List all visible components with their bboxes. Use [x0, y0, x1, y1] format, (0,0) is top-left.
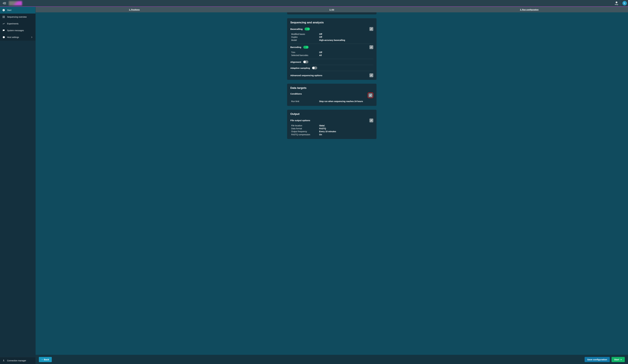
conditions-details: Run limitStop run when sequencing reache… — [290, 99, 373, 104]
kv-key: Modified bases — [291, 33, 319, 36]
kv-row: TrimOff — [291, 51, 373, 54]
merge-icon — [2, 359, 5, 362]
alignment-title: Alignment — [290, 61, 301, 63]
menu-toggle-button[interactable] — [0, 0, 9, 6]
svg-rect-9 — [4, 16, 5, 16]
chevron-left-icon — [41, 359, 43, 361]
step-run-configuration[interactable]: 3. Run configuration — [430, 7, 628, 12]
kv-value: On — [319, 133, 373, 136]
conditions-title: Conditions — [290, 92, 302, 95]
kv-row: Data formatFASTQ — [291, 127, 373, 130]
svg-rect-13 — [3, 17, 3, 18]
logo-image — [9, 1, 22, 5]
divider — [290, 59, 373, 59]
kv-value: Stop run when sequencing reaches 24 hour… — [319, 100, 373, 103]
barcoding-title: Barcoding — [290, 46, 301, 48]
kv-row: Run limitStop run when sequencing reache… — [291, 100, 373, 103]
card-heading: Sequencing and analysis — [290, 21, 373, 24]
file-output-edit-button[interactable] — [369, 119, 373, 122]
kv-row: DuplexOff — [291, 36, 373, 39]
kv-key: Model — [291, 39, 319, 42]
kv-value: High-accuracy basecalling — [319, 39, 373, 42]
top-bar: ? Help L — [0, 0, 628, 6]
kv-key: Trim — [291, 51, 319, 54]
hamburger-icon — [3, 2, 6, 4]
pencil-icon — [370, 46, 372, 48]
barcoding-edit-button[interactable] — [369, 45, 373, 49]
sidebar-item-label: Experiments — [7, 22, 18, 25]
svg-rect-8 — [3, 16, 4, 16]
sidebar-item-label: Host settings — [7, 36, 19, 38]
adaptive-sampling-toggle[interactable] — [312, 67, 317, 70]
help-button[interactable]: ? Help — [613, 0, 620, 6]
help-icon: ? — [616, 1, 618, 3]
user-avatar[interactable]: L — [623, 1, 627, 5]
barcoding-toggle[interactable] — [303, 46, 309, 49]
barcoding-row: Barcoding — [290, 44, 373, 50]
alignment-row: Alignment — [290, 60, 373, 64]
wizard-steps: 1. Positions 2. Kit 3. Run configuration — [36, 7, 628, 12]
step-label: 1. Positions — [129, 8, 140, 11]
advanced-sequencing-title: Advanced sequencing options — [290, 74, 322, 77]
back-label: Back — [44, 358, 49, 361]
step-kit[interactable]: 2. Kit — [233, 7, 431, 12]
kv-row: File location/data/. — [291, 124, 373, 127]
kv-row: Modified basesOff — [291, 33, 373, 36]
kv-row: FASTQ compressionOn — [291, 133, 373, 136]
kv-value: Off — [319, 36, 373, 39]
message-icon — [2, 29, 5, 32]
kv-row: Selected barcodesAll — [291, 54, 373, 57]
barcoding-details: TrimOff Selected barcodesAll — [290, 50, 373, 58]
sidebar-item-label: Connection manager — [7, 360, 26, 362]
pencil-icon — [369, 94, 372, 96]
sidebar-item-label: System messages — [7, 29, 24, 32]
card-heading: Output — [290, 112, 373, 116]
sidebar: Start Sequencing overview Experiments Sy… — [0, 7, 36, 364]
advanced-sequencing-edit-button[interactable] — [369, 73, 373, 77]
back-button[interactable]: Back — [39, 357, 52, 362]
start-label: Start — [614, 358, 619, 361]
kv-value: All — [319, 54, 373, 57]
play-circle-icon — [2, 9, 5, 11]
pencil-icon — [370, 119, 372, 122]
svg-rect-12 — [4, 17, 5, 17]
svg-rect-11 — [3, 17, 4, 17]
alignment-toggle[interactable] — [303, 61, 309, 63]
file-output-options-title: File output options — [290, 119, 310, 122]
start-button[interactable]: Start — [612, 357, 625, 362]
basecalling-row: Basecalling — [290, 26, 373, 32]
kv-value: FASTQ — [319, 127, 373, 130]
kv-key: FASTQ compression — [291, 133, 319, 136]
divider — [290, 44, 373, 44]
kv-value: Every 10 minutes — [319, 130, 373, 133]
basecalling-toggle[interactable] — [305, 27, 310, 30]
sidebar-item-connection-manager[interactable]: Connection manager — [0, 357, 35, 364]
kv-key: Duplex — [291, 36, 319, 39]
svg-text:?: ? — [616, 1, 617, 3]
adaptive-sampling-title: Adaptive sampling — [290, 67, 310, 69]
double-chevron-right-icon — [620, 359, 622, 361]
svg-rect-7 — [3, 16, 3, 16]
sidebar-item-experiments[interactable]: Experiments — [0, 20, 35, 27]
kv-value: Off — [319, 33, 373, 36]
step-positions[interactable]: 1. Positions — [36, 7, 233, 12]
content-scroll[interactable]: Sequencing and analysis Basecalling Modi… — [36, 12, 628, 355]
kv-row: Output frequencyEvery 10 minutes — [291, 130, 373, 133]
svg-rect-10 — [3, 17, 3, 17]
file-output-details: File location/data/. Data formatFASTQ Ou… — [290, 123, 373, 138]
chevron-right-icon — [30, 36, 33, 39]
basecalling-edit-button[interactable] — [369, 27, 373, 31]
sidebar-item-start[interactable]: Start — [0, 7, 35, 13]
pencil-icon — [370, 28, 372, 30]
sidebar-item-sequencing-overview[interactable]: Sequencing overview — [0, 13, 35, 20]
adaptive-sampling-row: Adaptive sampling — [290, 66, 373, 70]
sidebar-item-system-messages[interactable]: System messages — [0, 27, 35, 34]
kv-value: /data/. — [319, 124, 373, 127]
sidebar-item-host-settings[interactable]: Host settings — [0, 34, 35, 41]
svg-rect-14 — [3, 17, 4, 18]
conditions-edit-button[interactable] — [369, 93, 372, 97]
conditions-row: Conditions — [290, 92, 373, 99]
file-output-options-row: File output options — [290, 118, 373, 123]
output-card: Output File output options File location… — [287, 110, 377, 139]
save-configuration-button[interactable]: Save configuration — [585, 357, 610, 362]
